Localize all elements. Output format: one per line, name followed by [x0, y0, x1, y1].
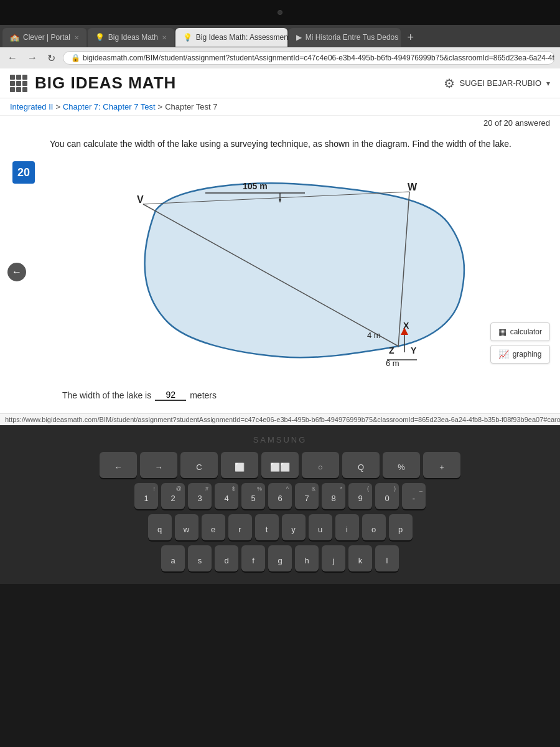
grid-icon — [10, 75, 27, 92]
key-t[interactable]: t — [255, 514, 279, 540]
key-j[interactable]: j — [322, 545, 345, 571]
label-4m: 4 m — [367, 331, 381, 340]
url-box[interactable]: 🔒 bigideasmath.com/BIM/student/assignmen… — [63, 51, 555, 65]
key-3[interactable]: #3 — [188, 483, 212, 509]
key-r[interactable]: r — [228, 514, 252, 540]
label-105m: 105 m — [243, 181, 268, 191]
keyboard-row-2: q w e r t y u i o p — [12, 514, 548, 540]
breadcrumb-part-1[interactable]: Chapter 7: Chapter 7 Test — [63, 102, 156, 111]
lock-icon: 🔒 — [71, 54, 80, 62]
key-h[interactable]: h — [295, 545, 319, 571]
answer-unit-text: meters — [190, 390, 217, 400]
key-p[interactable]: p — [389, 514, 413, 540]
calculator-icon: ▦ — [498, 327, 506, 337]
tab-label-bigideas: Big Ideas Math — [108, 33, 158, 42]
key-l[interactable]: l — [375, 545, 399, 571]
tab-label-clever: Clever | Portal — [23, 33, 70, 42]
key-0[interactable]: )0 — [375, 483, 399, 509]
calculator-button[interactable]: ▦ calculator — [490, 322, 550, 341]
key-search[interactable]: Q — [342, 452, 380, 478]
back-button[interactable]: ← — [5, 51, 20, 65]
key-9[interactable]: (9 — [348, 483, 372, 509]
key-home[interactable]: ○ — [302, 452, 339, 478]
browser-frame: 🏫 Clever | Portal ✕ 💡 Big Ideas Math ✕ 💡… — [0, 25, 560, 425]
keyboard-area: SAMSUNG ← → C ⬜ ⬜⬜ ○ Q % + !1 @2 #3 $4 %… — [0, 425, 560, 584]
user-area: ⚙ SUGEI BEJAR-RUBIO ▾ — [444, 76, 550, 91]
question-number-badge: 20 — [12, 161, 35, 184]
tab-clever[interactable]: 🏫 Clever | Portal ✕ — [2, 28, 86, 47]
key-8[interactable]: *8 — [322, 483, 345, 509]
key-s[interactable]: s — [188, 545, 212, 571]
keyboard-row-3: a s d f g h j k l — [12, 545, 548, 571]
key-a[interactable]: a — [161, 545, 185, 571]
question-area: ← 20 You can calculate the width of the … — [0, 130, 560, 413]
samsung-logo: SAMSUNG — [12, 433, 548, 447]
tab-favicon-assessment: 💡 — [183, 33, 192, 42]
breadcrumb-sep-1: > — [158, 102, 163, 111]
key-c[interactable]: C — [180, 452, 218, 478]
key-u[interactable]: u — [309, 514, 332, 540]
question-text: You can calculate the width of the lake … — [50, 138, 523, 151]
answer-prefix-text: The width of the lake is — [62, 390, 151, 400]
tab-close-bigideas[interactable]: ✕ — [162, 34, 167, 41]
graphing-button[interactable]: 📈 graphing — [490, 345, 550, 364]
breadcrumb-part-0[interactable]: Integrated II — [10, 102, 53, 111]
key-7[interactable]: &7 — [295, 483, 319, 509]
key-1[interactable]: !1 — [134, 483, 158, 509]
answer-count: 20 of 20 answered — [0, 116, 560, 130]
answer-area: The width of the lake is meters — [50, 385, 523, 406]
calculator-label: calculator — [510, 327, 542, 336]
laptop-bezel — [0, 0, 560, 25]
key-forward[interactable]: → — [140, 452, 177, 478]
chevron-down-icon[interactable]: ▾ — [546, 79, 550, 88]
keyboard-row-0: ← → C ⬜ ⬜⬜ ○ Q % + — [12, 452, 548, 478]
lake-diagram-svg: V W 105 m — [81, 161, 492, 385]
tab-bigideas[interactable]: 💡 Big Ideas Math ✕ — [88, 28, 174, 47]
key-back[interactable]: ← — [100, 452, 137, 478]
breadcrumb-part-2: Chapter Test 7 — [165, 102, 217, 111]
graphing-label: graphing — [513, 350, 542, 359]
tab-historia[interactable]: ▶ Mi Historia Entre Tus Dedos ✕ — [289, 28, 401, 47]
address-bar: ← → ↻ 🔒 bigideasmath.com/BIM/student/ass… — [0, 47, 560, 68]
label-z: Z — [389, 345, 394, 355]
key-e[interactable]: e — [202, 514, 225, 540]
key-f[interactable]: f — [241, 545, 265, 571]
bim-header: BIG IDEAS MATH ⚙ SUGEI BEJAR-RUBIO ▾ — [0, 68, 560, 98]
key-g[interactable]: g — [268, 545, 292, 571]
key-y[interactable]: y — [282, 514, 306, 540]
key-split[interactable]: ⬜⬜ — [261, 452, 299, 478]
tab-close-clever[interactable]: ✕ — [74, 34, 79, 41]
key-k[interactable]: k — [348, 545, 372, 571]
breadcrumb-sep-0: > — [55, 102, 60, 111]
tab-bar: 🏫 Clever | Portal ✕ 💡 Big Ideas Math ✕ 💡… — [0, 25, 560, 47]
reload-button[interactable]: ↻ — [45, 51, 58, 65]
key-plus-fn[interactable]: + — [423, 452, 460, 478]
key-o[interactable]: o — [362, 514, 386, 540]
key-4[interactable]: $4 — [215, 483, 238, 509]
key-screen[interactable]: ⬜ — [221, 452, 258, 478]
forward-button[interactable]: → — [25, 51, 40, 65]
new-tab-button[interactable]: + — [402, 29, 419, 46]
key-2[interactable]: @2 — [161, 483, 185, 509]
answer-input[interactable] — [155, 390, 186, 401]
graphing-icon: 📈 — [498, 349, 509, 359]
user-name: SUGEI BEJAR-RUBIO — [460, 78, 541, 88]
keyboard-row-1: !1 @2 #3 $4 %5 ^6 &7 *8 (9 )0 _- — [12, 483, 548, 509]
key-w[interactable]: w — [175, 514, 198, 540]
tab-label-historia: Mi Historia Entre Tus Dedos — [306, 33, 398, 42]
key-percent-fn[interactable]: % — [383, 452, 420, 478]
camera — [278, 10, 282, 15]
prev-question-button[interactable]: ← — [7, 263, 26, 281]
label-w: W — [408, 182, 418, 192]
page-content: BIG IDEAS MATH ⚙ SUGEI BEJAR-RUBIO ▾ Int… — [0, 68, 560, 425]
tab-assessment[interactable]: 💡 Big Ideas Math: Assessment ✕ — [175, 28, 287, 47]
key-i[interactable]: i — [335, 514, 359, 540]
breadcrumb: Integrated II > Chapter 7: Chapter 7 Tes… — [0, 98, 560, 116]
key-minus[interactable]: _- — [402, 483, 426, 509]
key-q[interactable]: q — [148, 514, 172, 540]
key-d[interactable]: d — [215, 545, 238, 571]
bim-logo-area: BIG IDEAS MATH — [10, 73, 176, 93]
key-5[interactable]: %5 — [241, 483, 265, 509]
key-6[interactable]: ^6 — [268, 483, 292, 509]
progress-text: 20 of 20 answered — [483, 118, 550, 128]
